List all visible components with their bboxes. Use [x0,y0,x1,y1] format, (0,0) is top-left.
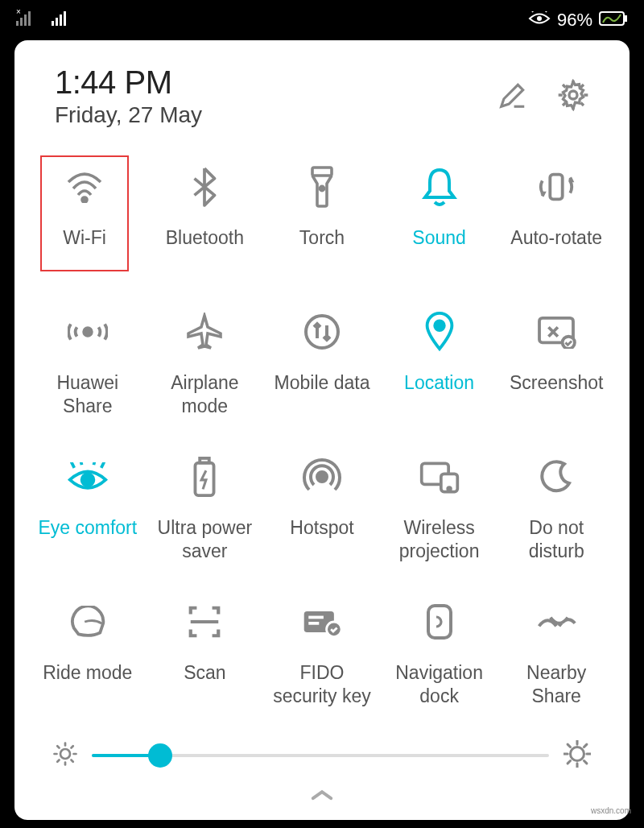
panel-header: 1:44 PM Friday, 27 May [29,64,615,144]
tile-nearbyshare[interactable]: Nearby Share [497,590,615,729]
nearbyshare-icon [536,600,576,644]
svg-point-22 [306,316,338,348]
svg-rect-0 [16,21,19,26]
tile-label: Wireless projection [384,516,495,563]
svg-point-52 [571,747,584,761]
tile-label: Scan [182,661,227,685]
tile-huaweishare[interactable]: Huawei Share [29,300,147,439]
svg-rect-40 [308,622,319,625]
eye-comfort-status-icon [528,10,551,31]
tile-mobiledata[interactable]: Mobile data [263,300,381,439]
tile-ultrapower[interactable]: Ultra power saver [147,445,264,584]
tile-eyecomfort[interactable]: Eye comfort [29,445,147,584]
eye-comfort-icon [67,455,109,499]
svg-rect-14 [625,15,627,22]
quick-settings-panel: 1:44 PM Friday, 27 May Wi-Fi Bluetooth [14,40,630,820]
tile-label: Ultra power saver [150,516,261,563]
svg-line-50 [57,760,59,762]
svg-rect-39 [308,616,324,619]
svg-line-30 [101,462,105,468]
brightness-row [29,729,615,771]
tile-label: Airplane mode [150,371,261,418]
svg-point-43 [60,749,70,759]
svg-line-10 [531,11,533,12]
svg-rect-20 [550,175,562,200]
tile-bluetooth[interactable]: Bluetooth [147,155,264,294]
svg-rect-3 [28,11,31,26]
svg-point-19 [320,186,324,190]
svg-line-48 [57,746,59,747]
tile-torch[interactable]: Torch [263,155,381,294]
tile-location[interactable]: Location [381,300,498,439]
tile-label: Torch [298,226,346,250]
bluetooth-icon [191,165,218,209]
tile-label: Screenshot [508,371,605,395]
svg-rect-1 [20,18,23,26]
svg-line-60 [584,744,587,747]
tile-autorotate[interactable]: Auto-rotate [497,155,615,294]
tile-label: Eye comfort [36,516,138,540]
svg-rect-13 [600,12,624,25]
wifi-icon [64,165,105,209]
tile-wifi[interactable]: Wi-Fi [40,155,129,271]
svg-point-23 [435,321,444,331]
tile-label: Auto-rotate [509,226,604,250]
huaweishare-icon [68,310,108,354]
svg-point-16 [569,91,577,99]
tile-label: Ride mode [41,661,134,685]
clock-time: 1:44 PM [55,64,202,101]
tile-wireless-projection[interactable]: Wireless projection [381,445,498,584]
svg-line-51 [72,746,73,747]
tile-label: Wi-Fi [61,226,108,250]
svg-rect-32 [200,458,210,463]
tile-screenshot[interactable]: Screenshot [497,300,615,439]
location-pin-icon [423,310,456,354]
svg-line-29 [93,462,95,465]
tile-label: Huawei Share [32,371,143,418]
svg-rect-42 [428,606,451,638]
brightness-high-icon [564,740,591,771]
tile-fido[interactable]: FIDO security key [263,590,381,729]
svg-rect-8 [64,11,66,26]
svg-rect-18 [312,168,332,176]
mobiledata-icon [304,310,340,354]
tile-sound[interactable]: Sound [381,155,498,294]
tile-scan[interactable]: Scan [147,590,264,729]
tile-label: Do not disturb [501,516,612,563]
slider-thumb[interactable] [148,743,172,768]
svg-rect-7 [60,14,62,26]
settings-gear-icon[interactable] [557,79,589,114]
svg-point-9 [537,16,542,21]
svg-point-33 [317,472,327,482]
battery-percent: 96% [557,10,592,31]
tile-airplane[interactable]: Airplane mode [147,300,264,439]
cast-icon [419,455,460,499]
svg-line-12 [546,11,547,12]
tile-label: FIDO security key [266,661,378,708]
svg-point-26 [81,474,93,486]
svg-line-59 [568,761,570,764]
tiles-grid: Wi-Fi Bluetooth Torch Sound [29,144,615,729]
watermark: wsxdn.com [591,806,631,815]
battery-icon [599,10,628,31]
tile-navdock[interactable]: Navigation dock [381,590,498,729]
tile-label: Navigation dock [384,661,495,708]
autorotate-icon [536,165,576,209]
edit-icon[interactable] [497,80,528,114]
torch-icon [308,165,336,209]
tile-ridemode[interactable]: Ride mode [29,590,147,729]
svg-line-57 [568,744,570,747]
no-sim-signal-icon: × [16,10,37,31]
brightness-low-icon [53,742,77,769]
tile-label: Bluetooth [164,226,246,250]
expand-chevron-icon[interactable] [29,771,615,808]
brightness-slider[interactable] [92,754,549,757]
scan-icon [186,600,223,644]
svg-rect-6 [56,18,58,26]
svg-line-58 [584,761,587,764]
tile-hotspot[interactable]: Hotspot [263,445,381,584]
bell-icon [422,165,457,209]
svg-rect-2 [24,14,27,26]
tile-dnd[interactable]: Do not disturb [497,445,615,584]
hotspot-icon [303,455,341,499]
